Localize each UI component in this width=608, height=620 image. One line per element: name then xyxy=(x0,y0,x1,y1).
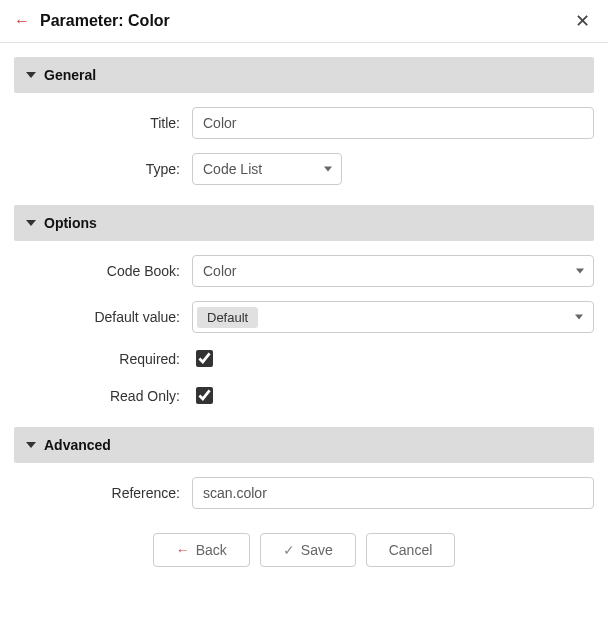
section-title: General xyxy=(44,67,96,83)
default-value-chip: Default xyxy=(197,307,258,328)
back-button[interactable]: ← Back xyxy=(153,533,250,567)
readonly-checkbox[interactable] xyxy=(196,387,213,404)
field-reference: Reference: xyxy=(14,477,594,509)
title-input[interactable] xyxy=(192,107,594,139)
field-label: Reference: xyxy=(14,485,192,501)
cancel-button[interactable]: Cancel xyxy=(366,533,456,567)
field-label: Default value: xyxy=(14,309,192,325)
field-label: Title: xyxy=(14,115,192,131)
chevron-down-icon xyxy=(26,220,36,226)
field-label: Code Book: xyxy=(14,263,192,279)
button-label: Cancel xyxy=(389,542,433,558)
reference-input[interactable] xyxy=(192,477,594,509)
section-advanced-fields: Reference: xyxy=(14,477,594,509)
button-label: Back xyxy=(196,542,227,558)
chevron-down-icon xyxy=(26,442,36,448)
section-header-options[interactable]: Options xyxy=(14,205,594,241)
close-icon[interactable]: ✕ xyxy=(571,10,594,32)
field-label: Required: xyxy=(14,351,192,367)
field-required: Required: xyxy=(14,347,594,370)
codebook-select[interactable] xyxy=(192,255,594,287)
codebook-select-wrap xyxy=(192,255,594,287)
chevron-down-icon xyxy=(575,315,583,320)
field-default-value: Default value: Default xyxy=(14,301,594,333)
dialog-title: Parameter: Color xyxy=(40,12,571,30)
dialog-header: ← Parameter: Color ✕ xyxy=(0,0,608,43)
section-header-advanced[interactable]: Advanced xyxy=(14,427,594,463)
type-select[interactable] xyxy=(192,153,342,185)
section-header-general[interactable]: General xyxy=(14,57,594,93)
back-arrow-icon[interactable]: ← xyxy=(14,12,30,30)
check-icon: ✓ xyxy=(283,542,295,558)
field-label: Read Only: xyxy=(14,388,192,404)
section-title: Advanced xyxy=(44,437,111,453)
chevron-down-icon xyxy=(26,72,36,78)
field-title: Title: xyxy=(14,107,594,139)
section-general-fields: Title: Type: xyxy=(14,107,594,185)
default-value-select[interactable]: Default xyxy=(192,301,594,333)
save-button[interactable]: ✓ Save xyxy=(260,533,356,567)
required-checkbox[interactable] xyxy=(196,350,213,367)
field-label: Type: xyxy=(14,161,192,177)
section-title: Options xyxy=(44,215,97,231)
field-codebook: Code Book: xyxy=(14,255,594,287)
section-options-fields: Code Book: Default value: Default Requir… xyxy=(14,255,594,407)
dialog-content: General Title: Type: Options Code Book: xyxy=(0,43,608,587)
field-readonly: Read Only: xyxy=(14,384,594,407)
type-select-wrap xyxy=(192,153,342,185)
button-label: Save xyxy=(301,542,333,558)
field-type: Type: xyxy=(14,153,594,185)
dialog-buttons: ← Back ✓ Save Cancel xyxy=(14,533,594,567)
back-arrow-icon: ← xyxy=(176,542,190,558)
